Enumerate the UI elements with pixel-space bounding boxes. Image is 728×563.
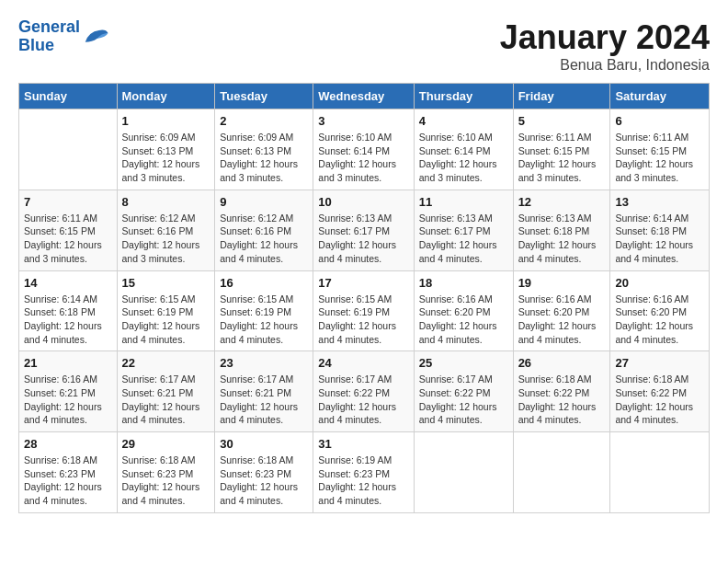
calendar-cell: 16Sunrise: 6:15 AMSunset: 6:19 PMDayligh… (215, 270, 313, 351)
header-tuesday: Tuesday (215, 84, 313, 109)
day-info: Sunrise: 6:11 AMSunset: 6:15 PMDaylight:… (24, 212, 112, 266)
day-number: 8 (122, 195, 210, 209)
calendar-cell: 11Sunrise: 6:13 AMSunset: 6:17 PMDayligh… (414, 190, 513, 270)
sub-title: Benua Baru, Indonesia (500, 57, 710, 74)
week-row-3: 14Sunrise: 6:14 AMSunset: 6:18 PMDayligh… (19, 270, 710, 351)
calendar-cell: 10Sunrise: 6:13 AMSunset: 6:17 PMDayligh… (313, 190, 414, 270)
week-row-2: 7Sunrise: 6:11 AMSunset: 6:15 PMDaylight… (19, 190, 710, 270)
day-info: Sunrise: 6:09 AMSunset: 6:13 PMDaylight:… (220, 131, 308, 185)
day-info: Sunrise: 6:12 AMSunset: 6:16 PMDaylight:… (122, 212, 210, 266)
day-number: 24 (318, 356, 408, 370)
header-monday: Monday (117, 84, 215, 109)
calendar-header-row: SundayMondayTuesdayWednesdayThursdayFrid… (19, 84, 710, 109)
day-number: 30 (220, 437, 308, 451)
calendar-cell: 27Sunrise: 6:18 AMSunset: 6:22 PMDayligh… (610, 351, 710, 432)
calendar-table: SundayMondayTuesdayWednesdayThursdayFrid… (18, 83, 710, 513)
day-number: 2 (220, 114, 308, 128)
calendar-cell (414, 432, 513, 513)
calendar-cell: 9Sunrise: 6:12 AMSunset: 6:16 PMDaylight… (215, 190, 313, 270)
day-number: 15 (122, 276, 210, 290)
calendar-cell: 26Sunrise: 6:18 AMSunset: 6:22 PMDayligh… (513, 351, 610, 432)
calendar-cell: 28Sunrise: 6:18 AMSunset: 6:23 PMDayligh… (19, 432, 118, 513)
day-info: Sunrise: 6:11 AMSunset: 6:15 PMDaylight:… (615, 131, 704, 185)
calendar-cell: 24Sunrise: 6:17 AMSunset: 6:22 PMDayligh… (313, 351, 414, 432)
day-number: 10 (318, 195, 408, 209)
main-title: January 2024 (500, 18, 710, 57)
day-number: 21 (24, 356, 112, 370)
day-info: Sunrise: 6:09 AMSunset: 6:13 PMDaylight:… (122, 131, 210, 185)
calendar-cell: 12Sunrise: 6:13 AMSunset: 6:18 PMDayligh… (513, 190, 610, 270)
day-info: Sunrise: 6:17 AMSunset: 6:21 PMDaylight:… (122, 373, 210, 427)
day-number: 6 (615, 114, 704, 128)
day-number: 1 (122, 114, 210, 128)
day-info: Sunrise: 6:18 AMSunset: 6:23 PMDaylight:… (24, 454, 112, 508)
day-number: 5 (518, 114, 606, 128)
day-info: Sunrise: 6:18 AMSunset: 6:22 PMDaylight:… (518, 373, 606, 427)
day-number: 14 (24, 276, 112, 290)
logo-line1: General (18, 17, 80, 36)
day-info: Sunrise: 6:13 AMSunset: 6:17 PMDaylight:… (419, 212, 508, 266)
calendar-cell: 14Sunrise: 6:14 AMSunset: 6:18 PMDayligh… (19, 270, 118, 351)
day-info: Sunrise: 6:13 AMSunset: 6:17 PMDaylight:… (318, 212, 408, 266)
day-info: Sunrise: 6:15 AMSunset: 6:19 PMDaylight:… (220, 293, 308, 347)
calendar-cell: 17Sunrise: 6:15 AMSunset: 6:19 PMDayligh… (313, 270, 414, 351)
day-number: 22 (122, 356, 210, 370)
day-info: Sunrise: 6:17 AMSunset: 6:22 PMDaylight:… (419, 373, 508, 427)
calendar-cell (513, 432, 610, 513)
calendar-cell: 15Sunrise: 6:15 AMSunset: 6:19 PMDayligh… (117, 270, 215, 351)
day-info: Sunrise: 6:16 AMSunset: 6:21 PMDaylight:… (24, 373, 112, 427)
day-number: 11 (419, 195, 508, 209)
day-info: Sunrise: 6:18 AMSunset: 6:23 PMDaylight:… (220, 454, 308, 508)
calendar-cell: 6Sunrise: 6:11 AMSunset: 6:15 PMDaylight… (610, 109, 710, 190)
calendar-cell: 4Sunrise: 6:10 AMSunset: 6:14 PMDaylight… (414, 109, 513, 190)
calendar-cell: 3Sunrise: 6:10 AMSunset: 6:14 PMDaylight… (313, 109, 414, 190)
week-row-4: 21Sunrise: 6:16 AMSunset: 6:21 PMDayligh… (19, 351, 710, 432)
day-info: Sunrise: 6:16 AMSunset: 6:20 PMDaylight:… (615, 293, 704, 347)
day-info: Sunrise: 6:16 AMSunset: 6:20 PMDaylight:… (518, 293, 606, 347)
logo-text: General Blue (18, 18, 80, 55)
day-number: 13 (615, 195, 704, 209)
day-number: 17 (318, 276, 408, 290)
week-row-5: 28Sunrise: 6:18 AMSunset: 6:23 PMDayligh… (19, 432, 710, 513)
header-friday: Friday (513, 84, 610, 109)
day-info: Sunrise: 6:10 AMSunset: 6:14 PMDaylight:… (318, 131, 408, 185)
calendar-cell: 2Sunrise: 6:09 AMSunset: 6:13 PMDaylight… (215, 109, 313, 190)
day-info: Sunrise: 6:17 AMSunset: 6:21 PMDaylight:… (220, 373, 308, 427)
calendar-cell: 25Sunrise: 6:17 AMSunset: 6:22 PMDayligh… (414, 351, 513, 432)
day-info: Sunrise: 6:10 AMSunset: 6:14 PMDaylight:… (419, 131, 508, 185)
calendar-cell: 22Sunrise: 6:17 AMSunset: 6:21 PMDayligh… (117, 351, 215, 432)
calendar-cell: 8Sunrise: 6:12 AMSunset: 6:16 PMDaylight… (117, 190, 215, 270)
calendar-cell: 31Sunrise: 6:19 AMSunset: 6:23 PMDayligh… (313, 432, 414, 513)
logo-line2: Blue (18, 36, 54, 54)
calendar-cell: 19Sunrise: 6:16 AMSunset: 6:20 PMDayligh… (513, 270, 610, 351)
day-info: Sunrise: 6:15 AMSunset: 6:19 PMDaylight:… (318, 293, 408, 347)
page-header: General Blue January 2024 Benua Baru, In… (18, 18, 710, 74)
calendar-cell: 20Sunrise: 6:16 AMSunset: 6:20 PMDayligh… (610, 270, 710, 351)
header-wednesday: Wednesday (313, 84, 414, 109)
day-info: Sunrise: 6:15 AMSunset: 6:19 PMDaylight:… (122, 293, 210, 347)
day-info: Sunrise: 6:11 AMSunset: 6:15 PMDaylight:… (518, 131, 606, 185)
calendar-cell: 29Sunrise: 6:18 AMSunset: 6:23 PMDayligh… (117, 432, 215, 513)
day-number: 26 (518, 356, 606, 370)
day-info: Sunrise: 6:12 AMSunset: 6:16 PMDaylight:… (220, 212, 308, 266)
calendar-cell: 30Sunrise: 6:18 AMSunset: 6:23 PMDayligh… (215, 432, 313, 513)
day-number: 16 (220, 276, 308, 290)
calendar-cell (610, 432, 710, 513)
week-row-1: 1Sunrise: 6:09 AMSunset: 6:13 PMDaylight… (19, 109, 710, 190)
day-number: 31 (318, 437, 408, 451)
title-block: January 2024 Benua Baru, Indonesia (500, 18, 710, 74)
day-number: 9 (220, 195, 308, 209)
calendar-cell: 13Sunrise: 6:14 AMSunset: 6:18 PMDayligh… (610, 190, 710, 270)
logo-bird-icon (82, 24, 109, 50)
day-number: 12 (518, 195, 606, 209)
header-sunday: Sunday (19, 84, 118, 109)
logo: General Blue (18, 18, 109, 55)
calendar-cell: 21Sunrise: 6:16 AMSunset: 6:21 PMDayligh… (19, 351, 118, 432)
day-info: Sunrise: 6:13 AMSunset: 6:18 PMDaylight:… (518, 212, 606, 266)
day-number: 23 (220, 356, 308, 370)
day-number: 27 (615, 356, 704, 370)
day-number: 7 (24, 195, 112, 209)
calendar-cell: 5Sunrise: 6:11 AMSunset: 6:15 PMDaylight… (513, 109, 610, 190)
day-info: Sunrise: 6:17 AMSunset: 6:22 PMDaylight:… (318, 373, 408, 427)
day-info: Sunrise: 6:18 AMSunset: 6:22 PMDaylight:… (615, 373, 704, 427)
